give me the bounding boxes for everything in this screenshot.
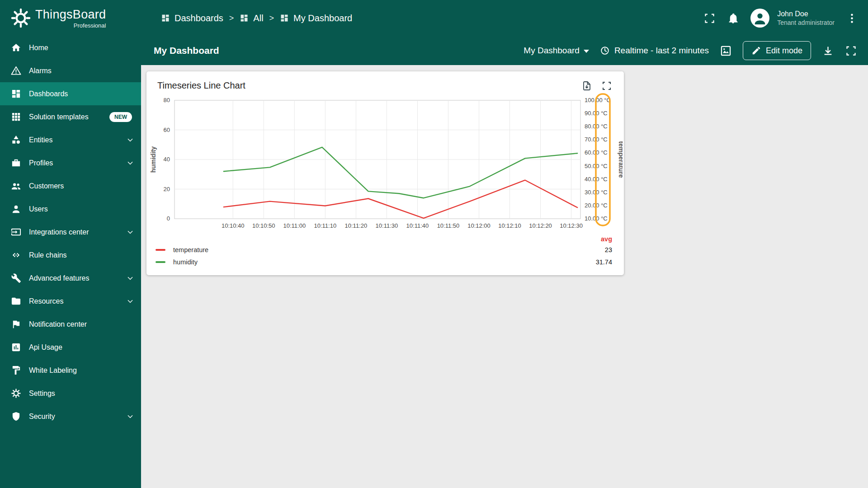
legend-item-temperature[interactable]: temperature 23 — [156, 244, 612, 256]
sidebar-item-label: Customers — [29, 182, 135, 190]
sidebar-item-api-usage[interactable]: Api Usage — [0, 336, 141, 359]
sidebar-item-security[interactable]: Security — [0, 405, 141, 428]
dashboard-image-button[interactable] — [720, 45, 732, 57]
humidity-avg-value: 31.74 — [585, 258, 612, 266]
svg-text:10:12:30: 10:12:30 — [560, 222, 583, 229]
sidebar-item-label: Notification center — [29, 320, 135, 328]
svg-text:10:12:20: 10:12:20 — [529, 222, 552, 229]
svg-text:60: 60 — [164, 127, 170, 133]
rule-chain-icon — [11, 250, 21, 260]
svg-text:humidity: humidity — [150, 146, 157, 173]
notifications-bell-button[interactable] — [727, 12, 739, 24]
sidebar-item-label: Advanced features — [29, 274, 118, 282]
chevron-down-icon — [126, 136, 135, 145]
thingsboard-app: ThingsBoard Professional HomeAlarmsDashb… — [0, 0, 868, 488]
breadcrumb-item-my-dashboard[interactable]: My Dashboard — [280, 13, 352, 23]
sidebar-item-alarms[interactable]: Alarms — [0, 59, 141, 82]
sidebar-item-advanced-features[interactable]: Advanced features — [0, 267, 141, 290]
shield-icon — [11, 411, 21, 422]
sidebar-item-home[interactable]: Home — [0, 36, 141, 59]
download-button[interactable] — [822, 45, 834, 57]
widget-title: Timeseries Line Chart — [157, 80, 245, 91]
avatar[interactable] — [750, 9, 769, 28]
sidebar-item-resources[interactable]: Resources — [0, 290, 141, 313]
svg-text:temperature: temperature — [618, 141, 623, 178]
svg-text:0: 0 — [167, 215, 170, 222]
sidebar-item-dashboards[interactable]: Dashboards — [0, 82, 141, 105]
svg-text:10:11:40: 10:11:40 — [406, 222, 429, 229]
svg-text:10:12:10: 10:12:10 — [498, 222, 521, 229]
page-title: My Dashboard — [154, 45, 219, 56]
sidebar-item-white-labeling[interactable]: White Labeling — [0, 359, 141, 382]
breadcrumb-label: Dashboards — [175, 13, 223, 23]
chevron-down-icon — [126, 228, 135, 237]
svg-text:100.00 °C: 100.00 °C — [585, 97, 611, 103]
sidebar-item-users[interactable]: Users — [0, 197, 141, 221]
sidebar-item-label: Alarms — [29, 67, 135, 75]
sidebar-item-integrations-center[interactable]: Integrations center — [0, 221, 141, 244]
sidebar: ThingsBoard Professional HomeAlarmsDashb… — [0, 0, 141, 488]
edit-mode-button[interactable]: Edit mode — [743, 41, 811, 60]
breadcrumb-item-all[interactable]: All — [240, 13, 263, 23]
toolbar-actions: My Dashboard Realtime - last 2 minutes E… — [524, 41, 857, 60]
logo[interactable]: ThingsBoard Professional — [0, 0, 141, 36]
folder-icon — [11, 296, 21, 306]
sidebar-item-rule-chains[interactable]: Rule chains — [0, 244, 141, 267]
svg-text:40: 40 — [164, 156, 170, 163]
apps-icon — [11, 112, 21, 122]
fullscreen-button[interactable] — [703, 12, 716, 24]
export-widget-data-button[interactable] — [581, 80, 592, 91]
gear-icon — [11, 388, 21, 399]
sidebar-item-profiles[interactable]: Profiles — [0, 151, 141, 174]
user-name: John Doe — [777, 9, 835, 19]
edit-mode-label: Edit mode — [766, 46, 802, 56]
sidebar-item-notification-center[interactable]: Notification center — [0, 313, 141, 336]
toolbar-fullscreen-button[interactable] — [845, 45, 857, 57]
breadcrumb: Dashboards > All > My Dashboard — [161, 13, 352, 23]
more-menu-button[interactable] — [846, 12, 858, 24]
sidebar-item-label: Home — [29, 44, 135, 52]
timewindow-button[interactable]: Realtime - last 2 minutes — [600, 46, 709, 56]
app-edition: Professional — [74, 22, 106, 29]
breadcrumb-separator: > — [269, 14, 274, 23]
sidebar-item-label: Settings — [29, 389, 135, 398]
home-icon — [11, 42, 21, 53]
topbar: Dashboards > All > My Dashboard John — [141, 0, 868, 36]
humidity-series-swatch — [156, 261, 165, 263]
sidebar-item-customers[interactable]: Customers — [0, 174, 141, 197]
user-info: John Doe Tenant administrator — [777, 9, 835, 27]
sidebar-item-settings[interactable]: Settings — [0, 382, 141, 405]
chevron-down-icon — [126, 297, 135, 306]
breadcrumb-separator: > — [229, 14, 234, 23]
dashboard-icon — [280, 14, 289, 23]
dashboard-content: Timeseries Line Chart 10:10:4010:10:5010… — [141, 65, 868, 488]
sidebar-item-solution-templates[interactable]: Solution templatesNEW — [0, 105, 141, 128]
legend-item-humidity[interactable]: humidity 31.74 — [156, 256, 612, 268]
dashboard-select[interactable]: My Dashboard — [524, 46, 589, 56]
svg-text:10:10:40: 10:10:40 — [222, 222, 245, 229]
sidebar-item-label: Dashboards — [29, 90, 135, 98]
dashboard-select-value: My Dashboard — [524, 46, 580, 56]
sidebar-item-label: Solution templates — [29, 113, 102, 121]
topbar-actions: John Doe Tenant administrator — [703, 9, 858, 28]
sidebar-item-label: Rule chains — [29, 251, 135, 259]
dashboard-icon — [11, 89, 21, 99]
new-badge: NEW — [109, 112, 132, 122]
avg-column-header: avg — [585, 235, 612, 243]
main-area: Dashboards > All > My Dashboard John — [141, 0, 868, 488]
sidebar-item-entities[interactable]: Entities — [0, 128, 141, 151]
briefcase-icon — [11, 158, 21, 168]
input-icon — [11, 227, 21, 237]
people-icon — [11, 181, 21, 191]
widget-fullscreen-button[interactable] — [601, 80, 612, 91]
thingsboard-logo-icon — [11, 8, 31, 28]
breadcrumb-item-dashboards[interactable]: Dashboards — [161, 13, 223, 23]
widget-actions — [581, 80, 612, 91]
svg-text:10:11:20: 10:11:20 — [345, 222, 368, 229]
sidebar-item-label: Profiles — [29, 159, 118, 167]
svg-text:10:11:50: 10:11:50 — [437, 222, 460, 229]
temperature-series-swatch — [156, 249, 165, 251]
sidebar-item-label: Users — [29, 205, 135, 213]
paint-icon — [11, 365, 21, 375]
legend-label: temperature — [173, 246, 208, 253]
